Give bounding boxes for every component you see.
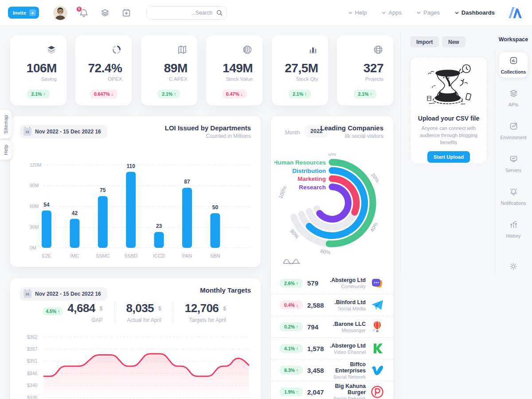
kpi-change-badge: 0.47% ↓: [222, 90, 247, 98]
svg-text:0M: 0M: [30, 245, 36, 250]
import-button[interactable]: Import: [410, 36, 439, 47]
company-names: Biffco Enterprises Social Network: [324, 361, 366, 379]
calendar-plus-icon: [121, 8, 131, 18]
invite-button[interactable]: Invite +: [8, 7, 39, 19]
workspace-item[interactable]: Environment: [499, 118, 528, 143]
balloon-icon: [370, 320, 384, 334]
workspace-item[interactable]: Collections: [499, 52, 528, 78]
kpi-value: 27,5M: [282, 61, 318, 75]
sidebar-tab-sitemap[interactable]: Sitemap: [0, 110, 12, 138]
month-label: Month: [285, 129, 300, 136]
stat-currency: $: [223, 305, 226, 312]
calendar-31-icon: 31: [23, 128, 31, 136]
stat-label: Actual for April: [126, 317, 161, 323]
svg-text:IMC: IMC: [70, 253, 79, 258]
company-count: 794: [307, 323, 318, 331]
kpi-value: 89M: [151, 61, 188, 75]
sidebar-tab-help[interactable]: Help: [0, 140, 12, 160]
start-upload-button[interactable]: Start Upload: [427, 151, 470, 163]
kpi-card: 327 Projects 2.1% ↑: [337, 35, 393, 106]
servers-icon: [509, 154, 518, 165]
notifications-bell-button[interactable]: 5: [79, 8, 89, 18]
company-change-badge: 8.3% ↑: [280, 366, 303, 375]
kpi-value: 106M: [20, 61, 57, 75]
notification-badge: 5: [76, 6, 82, 12]
search-input[interactable]: [146, 6, 227, 20]
nav-link[interactable]: Pages: [417, 9, 440, 16]
nav-link-label: Pages: [423, 9, 440, 16]
leading-card-subtitle: 8k social visitors: [345, 133, 383, 139]
kpi-value: 149M: [216, 61, 253, 75]
community-icon: [370, 276, 384, 290]
company-row[interactable]: 0.4% ↓ 2,588 .Binford Ltd Social Media: [271, 294, 393, 316]
chevron-down-icon: [417, 12, 421, 14]
svg-text:ICCD: ICCD: [153, 253, 165, 258]
kpi-label: Stock Qty: [282, 76, 318, 82]
company-name: .Abstergo Ltd: [330, 343, 366, 349]
targets-card-title: Monthly Targets: [200, 286, 251, 294]
kpi-label: Saving: [20, 76, 57, 82]
targets-line-chart: $362$357$351$346$340$335: [18, 330, 253, 399]
svg-text:SBN: SBN: [210, 253, 220, 258]
leading-companies-card: Month 2022 Leading Companies 8k social v…: [271, 116, 393, 399]
company-row[interactable]: 2.6% ↑ 579 .Abstergo Ltd Community: [271, 272, 393, 294]
invite-label: Invite: [13, 10, 26, 16]
nav-link[interactable]: Help: [348, 9, 367, 16]
nav-link[interactable]: Apps: [382, 9, 402, 16]
company-row[interactable]: 4.1% ↑ 1,578 .Abstergo Ltd Video Channel: [271, 337, 393, 359]
company-name: Big Kahuna Burger: [324, 383, 366, 395]
top-navbar: Invite + 5 Help Apps P: [0, 0, 532, 26]
workspace-item[interactable]: APIs: [499, 85, 528, 110]
workspace-rail: Workspace Collections APIs Environment: [495, 26, 532, 399]
company-row[interactable]: 1.9% ↑ 2,047 Big Kahuna Burger Social Ne…: [271, 381, 393, 399]
workspace-title: Workspace: [495, 26, 532, 43]
nav-link-label: Apps: [388, 9, 402, 16]
company-change-badge: 0.2% ↑: [280, 322, 303, 331]
calendar-add-button[interactable]: [121, 8, 131, 18]
settings-gear-icon[interactable]: [509, 262, 518, 271]
nav-link[interactable]: Dashboards: [455, 9, 495, 16]
target-stat: 12,706 $ Targets for April: [173, 301, 238, 323]
svg-text:60M: 60M: [30, 203, 39, 209]
kpi-card: 106M Saving 2.1% ↑: [10, 35, 66, 106]
svg-text:$340: $340: [27, 383, 38, 388]
kpi-card: 27,5M Stock Qty 2.1% ↑: [272, 35, 328, 106]
svg-text:Marketing: Marketing: [297, 176, 326, 182]
svg-text:60%: 60%: [320, 248, 331, 255]
chevron-down-icon: [455, 12, 459, 14]
monthly-targets-card: 31 Nov 2022 - 15 Dec 2022 16 Monthly Tar…: [10, 278, 261, 399]
company-row[interactable]: 0.2% ↑ 794 .Barone LLC Messanger: [271, 316, 393, 337]
svg-text:75: 75: [100, 187, 106, 193]
search-icon[interactable]: [216, 9, 223, 16]
loi-bar-chart: 0M30M60M90M120M54E2E42IMC75SSMC110SSBD23…: [18, 155, 253, 262]
new-button[interactable]: New: [442, 36, 466, 47]
layers-nav-button[interactable]: [100, 8, 110, 18]
svg-text:Distribution: Distribution: [292, 168, 326, 174]
svg-text:110: 110: [127, 163, 136, 169]
targets-date-range-picker[interactable]: 31 Nov 2022 - 15 Dec 2022 16: [20, 287, 107, 301]
kickstarter-icon: [370, 341, 384, 356]
column-chart-icon: [308, 44, 318, 55]
workspace-item[interactable]: Servers: [499, 151, 528, 176]
chevron-down-icon: [348, 12, 352, 14]
company-list: 2.6% ↑ 579 .Abstergo Ltd Community 0.4% …: [271, 272, 393, 399]
loi-date-range-picker[interactable]: 31 Nov 2022 - 15 Dec 2022 16: [20, 125, 107, 138]
company-row[interactable]: 8.3% ↑ 3,458 Biffco Enterprises Social N…: [271, 359, 393, 381]
workspace-item[interactable]: History: [499, 216, 528, 242]
kpi-change-badge: 2.1% ↑: [289, 90, 311, 98]
avatar[interactable]: [53, 6, 67, 20]
svg-text:SSBD: SSBD: [124, 253, 137, 258]
app-logo[interactable]: [506, 7, 522, 19]
workspace-item[interactable]: Notifications: [499, 184, 528, 209]
company-change-badge: 4.1% ↑: [280, 344, 303, 353]
company-category: Social Network: [324, 396, 366, 399]
svg-text:E2E: E2E: [42, 253, 51, 258]
svg-text:Human Resources: Human Resources: [274, 159, 326, 166]
company-count: 1,578: [307, 345, 324, 352]
plus-icon: +: [29, 9, 36, 16]
vimeo-icon: [370, 363, 384, 377]
sitemap-tab-label: Sitemap: [3, 115, 8, 133]
area-chart-icon: [282, 256, 301, 264]
svg-text:$351: $351: [27, 358, 38, 364]
company-names: .Barone LLC Messanger: [333, 321, 366, 333]
